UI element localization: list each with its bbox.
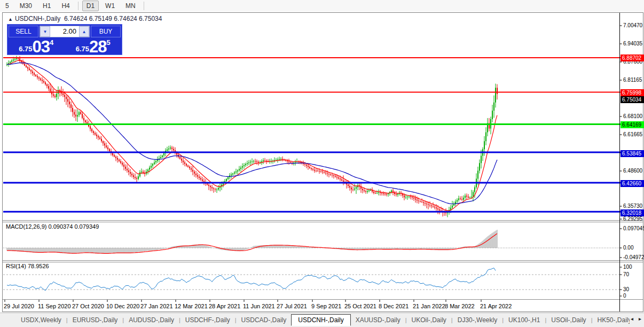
one-click-trading-panel: SELL ▼ 2.00 ▲ BUY 6.75034 6.75285 [7,24,122,55]
chart-tab-ukoil[interactable]: UKOil-,Daily [407,315,451,325]
sell-price-base: 6.75 [19,45,32,53]
buy-button[interactable]: BUY [91,26,121,37]
date-label: 21 Jan 2022 [413,303,445,309]
date-label: 27 Oct 2020 [72,303,104,309]
chart-tab-usdchf[interactable]: USDCHF-,Daily [180,315,235,325]
sell-button[interactable]: SELL [9,26,38,37]
volume-input[interactable]: 2.00 [50,26,79,37]
date-label: 11 Jun 2021 [243,303,275,309]
ohlc-values: 6.74624 6.75149 6.74624 6.75034 [64,15,162,22]
tab-scroll-arrows: ◂▸ [630,315,642,323]
date-label: 11 Sep 2020 [38,303,71,309]
price-tick-label: 70 [623,271,629,277]
price-tick-label: 6.81165 [623,77,642,83]
chart-tab-bar: USDX,Weekly|EURUSD-,Daily|AUDUSD-,Daily|… [0,313,644,327]
chart-tab-uk100[interactable]: UK100-,H1 [504,315,545,325]
volume-decrease-icon[interactable]: ▼ [40,26,50,37]
price-level-label: 6.75034 [621,96,644,103]
buy-price-base: 6.75 [76,45,89,53]
price-level-label: 6.42660 [621,180,644,187]
timeframe-toolbar: 5M30H1H4D1W1MN [0,0,644,12]
toolbar-separator [144,2,144,10]
macd-indicator-label: MACD(12,26,9) 0.090374 0.079349 [6,223,99,230]
date-label: 21 Apr 2022 [480,303,512,309]
buy-price-big: 28 [89,40,106,54]
timeframe-h4[interactable]: H4 [57,1,74,11]
chart-tab-audusd[interactable]: AUDUSD-,Daily [124,315,179,325]
chart-title: ▲USDCNH-,Daily 6.74624 6.75149 6.74624 6… [8,15,162,22]
price-tick-label: 6.29295 [623,216,642,222]
volume-increase-icon[interactable]: ▲ [79,26,89,37]
price-level-label: 6.53845 [621,150,644,157]
price-tick-label: 0.00 [623,245,633,251]
price-level-label: 6.88702 [621,54,644,61]
collapse-triangle-icon[interactable]: ▲ [8,17,13,22]
volume-spinner: ▼ 2.00 ▲ [40,26,90,37]
date-label: 8 Dec 2021 [379,303,409,309]
sell-price[interactable]: 6.75034 [9,38,64,54]
date-label: 25 Oct 2021 [344,303,376,309]
mt4-workspace: 5M30H1H4D1W1MN ▲USDCNH-,Daily 6.74624 6.… [0,0,644,327]
price-tick-label: -0.04972 [623,254,644,260]
timeframe-h1[interactable]: H1 [38,1,55,11]
price-tick-label: 6.61665 [623,131,642,137]
date-label: 27 Jul 2021 [277,303,307,309]
timeframe-5[interactable]: 5 [1,1,13,11]
price-tick-label: 100 [623,264,632,270]
price-level-label: 6.32018 [621,209,644,216]
date-label: 28 Apr 2021 [209,303,240,309]
chart-canvas[interactable] [3,13,643,312]
chart-tab-usdcad[interactable]: USDCAD-,Daily [237,315,292,325]
date-label: 29 Jul 2020 [4,303,34,309]
date-label: 10 Dec 2020 [106,303,139,309]
timeframe-d1[interactable]: D1 [82,1,99,11]
date-label: 27 Jan 2021 [140,303,173,309]
date-label: 9 Sep 2021 [311,303,341,309]
sell-price-big: 03 [33,40,50,54]
date-label: 12 Mar 2021 [175,303,208,309]
chart-tab-dj30[interactable]: DJ30-,Weekly [453,315,502,325]
price-tick-label: 0 [623,293,626,299]
price-tick-label: 6.35730 [623,203,642,209]
chart-tab-xauusd[interactable]: XAUUSD-,Daily [351,315,405,325]
chart-window: ▲USDCNH-,Daily 6.74624 6.75149 6.74624 6… [2,12,643,312]
price-tick-label: 6.48600 [623,168,642,174]
chart-tab-usoil[interactable]: USOil-,Daily [546,315,591,325]
rsi-indicator-label: RSI(14) 78.9526 [6,263,49,269]
price-level-label: 6.75998 [621,89,644,96]
price-tick-label: 0.097045 [623,225,644,231]
buy-price-pip: 5 [107,38,111,46]
price-tick-label: 6.68100 [623,113,642,119]
timeframe-w1[interactable]: W1 [101,1,119,11]
timeframe-mn[interactable]: MN [121,1,140,11]
scroll-left-icon[interactable]: ◂ [630,315,634,323]
price-tick-label: 30 [623,286,629,292]
buy-price[interactable]: 6.75285 [66,38,121,54]
chart-tab-eurusd[interactable]: EURUSD-,Daily [68,315,123,325]
timeframe-m30[interactable]: M30 [15,1,36,11]
date-label: 8 Mar 2022 [445,303,475,309]
toolbar-separator [78,2,78,10]
chart-tab-usdx[interactable]: USDX,Weekly [16,315,66,325]
symbol-title: USDCNH-,Daily [15,15,60,22]
chart-tab-usdcnh[interactable]: USDCNH-,Daily [291,314,350,326]
scroll-right-icon[interactable]: ▸ [638,315,642,323]
sell-price-pip: 4 [50,38,53,46]
price-level-label: 6.64169 [621,121,644,128]
price-tick-label: 6.94035 [623,41,642,46]
chart-tab-hk50[interactable]: HK50-,Daily [592,315,630,325]
price-tick-label: 7.00470 [623,22,642,28]
